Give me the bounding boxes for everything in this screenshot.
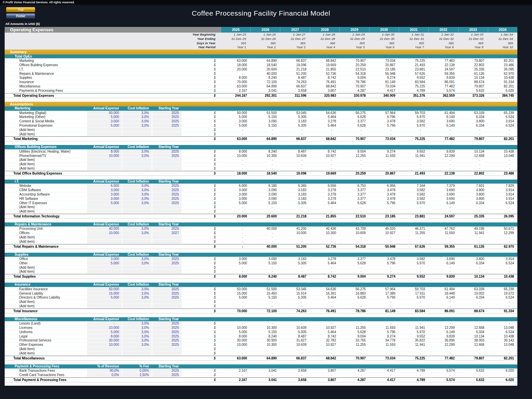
input-starting-year[interactable]: 2025 [152, 257, 182, 261]
input-annual-expense[interactable] [86, 300, 122, 304]
input-annual-expense[interactable]: 5.000 [86, 201, 122, 205]
input-starting-year[interactable] [152, 132, 182, 136]
input-annual-expense[interactable]: 3.000 [86, 193, 122, 197]
input-cost-inflation[interactable]: 3,0% [122, 227, 152, 231]
input-starting-year[interactable] [152, 128, 182, 132]
input-cost-inflation[interactable] [122, 270, 152, 274]
input-starting-year[interactable]: 2025 [152, 326, 182, 330]
input-starting-year[interactable]: 2025 [152, 184, 182, 188]
input-annual-expense[interactable]: 15.000 [86, 292, 122, 296]
input-cost-inflation[interactable]: 3,0% [122, 201, 152, 205]
input-cost-inflation[interactable] [122, 132, 152, 136]
input-annual-expense[interactable]: 3.000 [86, 188, 122, 192]
input-cost-inflation[interactable]: 3,0% [122, 188, 152, 192]
input-cost-inflation[interactable]: 3,0% [122, 184, 152, 188]
input-cost-inflation[interactable] [122, 162, 152, 166]
input-annual-expense[interactable] [86, 240, 122, 244]
input-cost-inflation[interactable] [122, 167, 152, 171]
input-starting-year[interactable] [152, 300, 182, 304]
input-annual-expense[interactable]: - [86, 322, 122, 326]
input-annual-expense[interactable]: 10.000 [86, 231, 122, 235]
input-annual-expense[interactable]: 10.000 [86, 343, 122, 347]
input-annual-expense[interactable]: 8.000 [86, 334, 122, 338]
input-cost-inflation[interactable]: 3,0% [122, 154, 152, 158]
input-cost-inflation[interactable]: 3,0% [122, 330, 152, 334]
input-starting-year[interactable]: 2025 [152, 287, 182, 291]
input-annual-expense[interactable]: 5.000 [86, 330, 122, 334]
input-cost-inflation[interactable] [122, 158, 152, 162]
input-cost-inflation[interactable] [122, 266, 152, 270]
input-cost-inflation[interactable]: 2,50% [122, 373, 152, 377]
input-annual-expense[interactable] [86, 128, 122, 132]
input-starting-year[interactable]: 2025 [152, 119, 182, 123]
input-annual-expense[interactable]: 6.000 [86, 184, 122, 188]
input-starting-year[interactable] [152, 304, 182, 308]
input-starting-year[interactable]: 2027 [152, 231, 182, 235]
input-cost-inflation[interactable]: 3,0% [122, 261, 152, 265]
input-cost-inflation[interactable] [122, 300, 152, 304]
input-cost-inflation[interactable]: 3,0% [122, 111, 152, 115]
input-annual-expense[interactable] [86, 266, 122, 270]
input-cost-inflation[interactable]: 3,0% [122, 292, 152, 296]
input-annual-expense[interactable] [86, 158, 122, 162]
input-cost-inflation[interactable]: 3,0% [122, 287, 152, 291]
input-cost-inflation[interactable]: 3,0% [122, 197, 152, 201]
input-cost-inflation[interactable] [122, 347, 152, 351]
input-starting-year[interactable]: 2025 [152, 330, 182, 334]
input-annual-expense[interactable] [86, 205, 122, 209]
input-annual-expense[interactable]: 50.000 [86, 287, 122, 291]
input-starting-year[interactable]: 2025 [152, 188, 182, 192]
input-annual-expense[interactable]: 3.000 [86, 119, 122, 123]
input-cost-inflation[interactable]: 3,0% [122, 296, 152, 300]
input-annual-expense[interactable]: 8.000 [86, 150, 122, 154]
input-starting-year[interactable] [152, 205, 182, 209]
input-annual-expense[interactable] [86, 304, 122, 308]
input-starting-year[interactable] [152, 347, 182, 351]
input-starting-year[interactable]: 2025 [152, 115, 182, 119]
input-starting-year[interactable]: 2025 [152, 292, 182, 296]
input-starting-year[interactable] [152, 209, 182, 213]
input-cost-inflation[interactable]: 3,0% [122, 322, 152, 326]
input-annual-expense[interactable]: 5.000 [86, 115, 122, 119]
input-cost-inflation[interactable] [122, 209, 152, 213]
input-starting-year[interactable] [152, 158, 182, 162]
input-cost-inflation[interactable]: 3,0% [122, 326, 152, 330]
input-annual-expense[interactable]: 50.000 [86, 111, 122, 115]
input-annual-expense[interactable] [86, 162, 122, 166]
input-starting-year[interactable] [152, 162, 182, 166]
input-starting-year[interactable]: 2025 [152, 154, 182, 158]
input-cost-inflation[interactable]: 3,0% [122, 338, 152, 342]
input-annual-expense[interactable] [86, 235, 122, 239]
input-annual-expense[interactable]: 0,0% [86, 373, 122, 377]
input-cost-inflation[interactable] [122, 235, 152, 239]
input-annual-expense[interactable] [86, 209, 122, 213]
input-annual-expense[interactable]: 40.000 [86, 227, 122, 231]
input-annual-expense[interactable]: 3.000 [86, 257, 122, 261]
input-annual-expense[interactable] [86, 270, 122, 274]
input-starting-year[interactable] [152, 351, 182, 355]
input-starting-year[interactable]: 2025 [152, 111, 182, 115]
input-starting-year[interactable] [152, 240, 182, 244]
input-annual-expense[interactable]: 90,0% [86, 369, 122, 373]
input-cost-inflation[interactable] [122, 304, 152, 308]
input-starting-year[interactable]: 2025 [152, 193, 182, 197]
input-annual-expense[interactable]: 5.000 [86, 261, 122, 265]
input-annual-expense[interactable] [86, 167, 122, 171]
input-starting-year[interactable] [152, 167, 182, 171]
input-cost-inflation[interactable]: 3,0% [122, 193, 152, 197]
input-starting-year[interactable]: 2025 [152, 150, 182, 154]
input-cost-inflation[interactable]: 3,0% [122, 343, 152, 347]
input-annual-expense[interactable]: 10.000 [86, 326, 122, 330]
input-starting-year[interactable] [152, 266, 182, 270]
input-starting-year[interactable]: 2025 [152, 197, 182, 201]
input-starting-year[interactable]: 2025 [152, 261, 182, 265]
input-cost-inflation[interactable]: 3,0% [122, 150, 152, 154]
input-cost-inflation[interactable]: 3,0% [122, 124, 152, 128]
input-starting-year[interactable]: 2025 [152, 322, 182, 326]
input-starting-year[interactable]: 2025 [152, 296, 182, 300]
input-starting-year[interactable]: 2025 [152, 343, 182, 347]
input-annual-expense[interactable]: 10.000 [86, 154, 122, 158]
input-cost-inflation[interactable]: 3,0% [122, 119, 152, 123]
input-cost-inflation[interactable] [122, 240, 152, 244]
input-annual-expense[interactable]: 5.000 [86, 124, 122, 128]
